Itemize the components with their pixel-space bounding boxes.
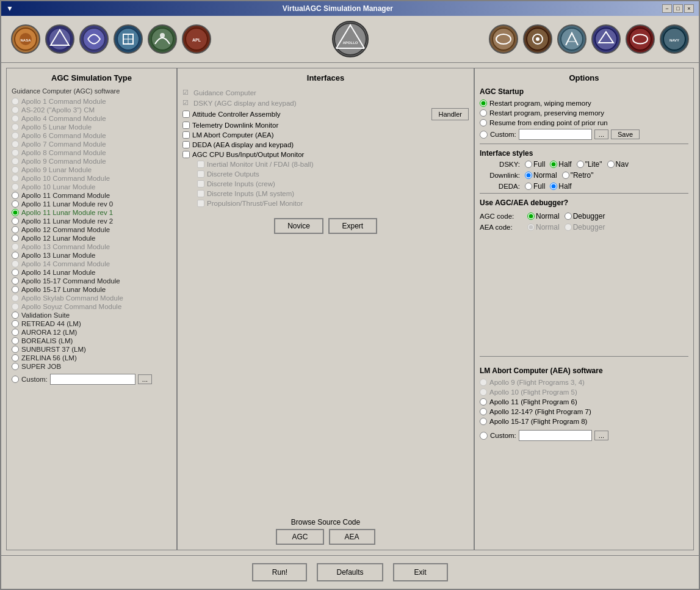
aca-checkbox[interactable]	[182, 111, 190, 118]
agc-list-item[interactable]: Apollo 15-17 Lunar Module	[12, 285, 171, 294]
aea-list-item[interactable]: Apollo 11 (Flight Program 6)	[480, 397, 688, 407]
agc-list-item[interactable]: Apollo 11 Lunar Module rev 0	[12, 200, 171, 208]
main-content: AGC Simulation Type Guidance Computer (A…	[1, 63, 699, 555]
agc-list-item[interactable]: SUNBURST 37 (LM)	[12, 345, 171, 354]
aea-custom-input[interactable]	[519, 430, 592, 441]
agc-normal[interactable]: Normal	[527, 212, 560, 220]
startup-radio-custom[interactable]	[480, 131, 488, 139]
startup-radio-3[interactable]	[480, 119, 487, 126]
dsky-full[interactable]: Full	[525, 160, 545, 169]
agc-radio-20[interactable]	[12, 269, 19, 276]
startup-option-1[interactable]: Restart program, wiping memory	[480, 98, 688, 108]
dsky-lite-radio[interactable]	[577, 161, 584, 168]
handler-button[interactable]: Handler	[431, 108, 469, 120]
startup-radio-1[interactable]	[480, 100, 487, 107]
interface-aea[interactable]: LM Abort Computer (AEA)	[182, 130, 469, 140]
interface-aca[interactable]: Attitude Controller Assembly	[182, 109, 280, 119]
agc-list-item[interactable]: Apollo 14 Lunar Module	[12, 268, 171, 277]
agc-radio-15[interactable]	[12, 226, 19, 233]
aea-sw-radio-2[interactable]	[480, 398, 487, 406]
aea-sw-radio-3[interactable]	[480, 408, 487, 415]
aea-custom-radio[interactable]	[480, 432, 488, 440]
startup-radio-2[interactable]	[480, 109, 487, 117]
agc-radio-22[interactable]	[12, 286, 19, 293]
agc-list-item[interactable]: Apollo 12 Lunar Module	[12, 234, 171, 242]
interface-deda[interactable]: DEDA (AEA display and keypad)	[182, 140, 469, 150]
agc-list-item[interactable]: Apollo 12 Command Module	[12, 225, 171, 234]
interface-telemetry[interactable]: Telemetry Downlink Monitor	[182, 120, 469, 130]
agc-list-item[interactable]: Apollo 15-17 Command Module	[12, 277, 171, 285]
dsky-half-radio[interactable]	[550, 161, 557, 168]
custom-radio[interactable]	[12, 376, 19, 383]
agc-list-item[interactable]: RETREAD 44 (LM)	[12, 319, 171, 328]
agc-debugger[interactable]: Debugger	[565, 212, 605, 220]
dsky-nav-radio[interactable]	[607, 161, 615, 168]
startup-custom-input[interactable]	[519, 129, 592, 140]
telemetry-checkbox[interactable]	[182, 122, 190, 129]
startup-save-btn[interactable]: Save	[611, 129, 640, 139]
agc-radio-21[interactable]	[12, 277, 19, 285]
startup-option-3[interactable]: Resume from ending point of prior run	[480, 118, 688, 128]
aea-browse-btn[interactable]: ...	[594, 431, 608, 440]
deda-half[interactable]: Half	[550, 182, 571, 191]
deda-full[interactable]: Full	[525, 182, 545, 191]
exit-button[interactable]: Exit	[393, 563, 448, 581]
agc-debugger-radio[interactable]	[565, 213, 572, 220]
aea-list-item[interactable]: Apollo 15-17 (Flight Program 8)	[480, 417, 688, 426]
agc-radio-25[interactable]	[12, 311, 19, 319]
novice-button[interactable]: Novice	[274, 218, 323, 234]
aea-list-item[interactable]: Apollo 12-14? (Flight Program 7)	[480, 407, 688, 417]
agc-list-item[interactable]: BOREALIS (LM)	[12, 337, 171, 345]
aea-source-button[interactable]: AEA	[329, 529, 375, 545]
startup-option-2[interactable]: Restart program, preserving memory	[480, 108, 688, 118]
agc-list-item[interactable]: Apollo 11 Lunar Module rev 2	[12, 217, 171, 225]
custom-radio-item[interactable]: Custom: ...	[12, 373, 171, 385]
agc-radio-29[interactable]	[12, 346, 19, 353]
deda-checkbox[interactable]	[182, 141, 190, 148]
agc-list-item[interactable]: SUPER JOB	[12, 362, 171, 371]
agc-radio-18[interactable]	[12, 252, 19, 259]
downlink-retro[interactable]: "Retro"	[562, 171, 594, 180]
downlink-retro-radio[interactable]	[562, 172, 569, 179]
logo-3	[79, 24, 109, 54]
agc-list-item[interactable]: Validation Suite	[12, 311, 171, 319]
agc-normal-radio[interactable]	[527, 213, 535, 220]
dsky-nav[interactable]: Nav	[607, 160, 629, 169]
agc-radio-31[interactable]	[12, 363, 19, 370]
startup-browse-btn[interactable]: ...	[594, 129, 608, 139]
agc-radio-14[interactable]	[12, 217, 19, 225]
agc-list-item[interactable]: AURORA 12 (LM)	[12, 328, 171, 337]
agc-radio-12[interactable]	[12, 200, 19, 208]
agc-radio-16[interactable]	[12, 235, 19, 242]
dsky-lite[interactable]: "Lite"	[577, 160, 602, 169]
agc-list-item[interactable]: Apollo 11 Command Module	[12, 191, 171, 200]
agc-list-item[interactable]: ZERLINA 56 (LM)	[12, 354, 171, 362]
aea-sw-radio-4[interactable]	[480, 418, 487, 425]
minimize-button[interactable]: −	[662, 4, 672, 13]
agc-source-button[interactable]: AGC	[276, 529, 323, 545]
defaults-button[interactable]: Defaults	[317, 563, 383, 581]
downlink-normal[interactable]: Normal	[525, 171, 557, 180]
agc-radio-27[interactable]	[12, 329, 19, 336]
dsky-full-radio[interactable]	[525, 161, 532, 168]
agc-radio-30[interactable]	[12, 354, 19, 362]
custom-browse-btn-left[interactable]: ...	[138, 374, 152, 384]
agc-radio-28[interactable]	[12, 337, 19, 344]
agc-list-item[interactable]: Apollo 13 Lunar Module	[12, 251, 171, 260]
maximize-button[interactable]: □	[673, 4, 683, 13]
dsky-half[interactable]: Half	[550, 160, 571, 169]
downlink-normal-radio[interactable]	[525, 172, 532, 179]
agc-cpu-checkbox[interactable]	[182, 151, 190, 158]
run-button[interactable]: Run!	[252, 563, 307, 581]
aea-checkbox[interactable]	[182, 131, 190, 139]
deda-full-radio[interactable]	[525, 183, 532, 190]
agc-list-item[interactable]: Apollo 11 Lunar Module rev 1	[12, 208, 171, 217]
agc-radio-13[interactable]	[12, 209, 19, 216]
close-button[interactable]: ×	[684, 4, 694, 13]
agc-radio-26[interactable]	[12, 320, 19, 327]
expert-button[interactable]: Expert	[328, 218, 377, 234]
interface-agc-cpu[interactable]: AGC CPU Bus/Input/Output Monitor	[182, 150, 469, 159]
deda-half-radio[interactable]	[550, 183, 557, 190]
custom-input-left[interactable]	[50, 374, 135, 385]
agc-radio-11[interactable]	[12, 192, 19, 199]
